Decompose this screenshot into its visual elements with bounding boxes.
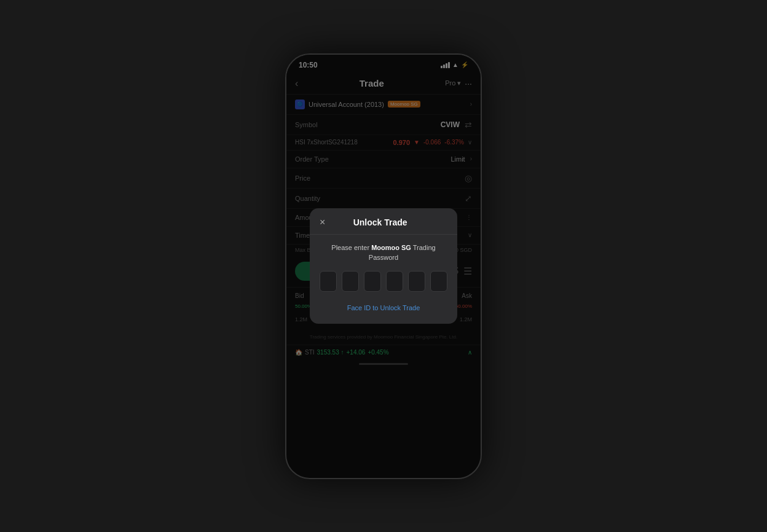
modal-title: Unlock Trade (325, 217, 435, 227)
pin-box-1[interactable] (320, 271, 337, 292)
modal-body: Please enter Moomoo SG Trading Password … (310, 235, 457, 324)
phone-frame: 10:50 ▲ ⚡ ‹ Trade Pro ▾ ··· 🔵 Universal … (285, 53, 482, 479)
modal-desc-text: Please enter (331, 244, 371, 251)
pin-input-group (320, 271, 447, 292)
modal-overlay: × Unlock Trade Please enter Moomoo SG Tr… (286, 55, 481, 478)
pin-box-4[interactable] (386, 271, 403, 292)
face-id-link[interactable]: Face ID to Unlock Trade (320, 300, 447, 315)
modal-desc-bold: Moomoo SG (371, 244, 411, 251)
pin-box-3[interactable] (364, 271, 381, 292)
modal-header: × Unlock Trade (310, 208, 457, 235)
unlock-trade-modal: × Unlock Trade Please enter Moomoo SG Tr… (310, 208, 457, 324)
pin-box-5[interactable] (408, 271, 425, 292)
modal-close-button[interactable]: × (320, 217, 325, 228)
pin-box-6[interactable] (430, 271, 447, 292)
pin-box-2[interactable] (342, 271, 359, 292)
modal-description: Please enter Moomoo SG Trading Password (320, 243, 447, 262)
